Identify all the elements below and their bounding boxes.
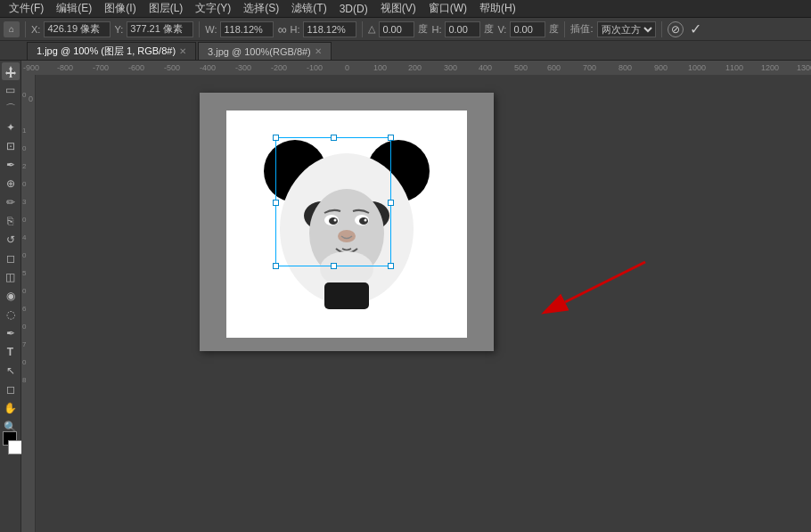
- photoshop-canvas[interactable]: [200, 93, 494, 351]
- interpolation-select[interactable]: 两次立方: [597, 21, 656, 37]
- svg-rect-58: [324, 282, 369, 309]
- eyedropper-tool[interactable]: ✒: [2, 156, 20, 174]
- w-input[interactable]: [220, 21, 274, 37]
- svg-text:4: 4: [22, 233, 27, 241]
- menu-image[interactable]: 图像(I): [99, 0, 141, 17]
- background-color[interactable]: [8, 440, 22, 454]
- angle-input[interactable]: [379, 21, 414, 37]
- svg-text:1: 1: [22, 127, 27, 135]
- menu-help[interactable]: 帮助(H): [474, 0, 521, 17]
- link-icon[interactable]: ∞: [277, 22, 286, 37]
- svg-text:-100: -100: [307, 63, 323, 72]
- history-brush-tool[interactable]: ↺: [2, 231, 20, 249]
- text-tool[interactable]: T: [2, 343, 20, 361]
- options-toolbar: ⌂ X: Y: W: ∞ H: △ 度 H: 度 V: 度 插值: 两次立方 ⊘…: [0, 18, 811, 41]
- tab-1[interactable]: 1.jpg @ 100% (图层 1, RGB/8#) ✕: [27, 42, 196, 60]
- magic-wand-tool[interactable]: ✦: [2, 119, 20, 136]
- svg-text:1200: 1200: [761, 63, 779, 72]
- home-icon[interactable]: ⌂: [4, 21, 20, 37]
- select-rect-tool[interactable]: ▭: [2, 81, 20, 99]
- toolbar-separator-2: [199, 21, 200, 37]
- svg-marker-0: [5, 66, 16, 78]
- svg-text:3: 3: [22, 198, 27, 206]
- svg-text:-500: -500: [164, 63, 180, 72]
- svg-text:0: 0: [345, 63, 349, 72]
- svg-text:-400: -400: [200, 63, 216, 72]
- svg-text:100: 100: [373, 63, 387, 72]
- svg-text:0: 0: [22, 144, 27, 152]
- shape-tool[interactable]: ◻: [2, 381, 20, 398]
- svg-point-54: [334, 218, 337, 221]
- svg-point-55: [365, 218, 367, 221]
- menu-window[interactable]: 窗口(W): [423, 0, 472, 17]
- gradient-tool[interactable]: ◫: [2, 268, 20, 286]
- svg-line-60: [565, 262, 645, 302]
- color-swatches[interactable]: [3, 431, 22, 454]
- svg-text:1300: 1300: [797, 63, 811, 72]
- dodge-tool[interactable]: ◌: [2, 306, 20, 323]
- svg-point-56: [338, 230, 356, 242]
- tab-1-label: 1.jpg @ 100% (图层 1, RGB/8#): [37, 45, 176, 58]
- svg-text:1000: 1000: [688, 63, 706, 72]
- tab-3-label: 3.jpg @ 100%(RGB/8#): [208, 46, 311, 57]
- cancel-transform-button[interactable]: ⊘: [668, 21, 684, 37]
- svg-text:700: 700: [583, 63, 596, 72]
- interp-label: 插值:: [570, 22, 593, 36]
- y-input[interactable]: [127, 21, 193, 37]
- move-tool[interactable]: [2, 62, 20, 80]
- eraser-tool[interactable]: ◻: [2, 250, 20, 267]
- svg-text:0: 0: [22, 358, 27, 366]
- svg-point-53: [359, 217, 368, 225]
- menu-filter[interactable]: 滤镜(T): [286, 0, 332, 17]
- menu-3d[interactable]: 3D(D): [334, 2, 373, 16]
- canvas-area[interactable]: 0 0 1 0 2 0 3 0 4 0 5 0: [21, 75, 811, 532]
- brush-tool[interactable]: ✏: [2, 193, 20, 211]
- ruler-top: -900 -800 -700 -600 -500 -400 -300 -200 …: [21, 61, 811, 75]
- svg-text:900: 900: [654, 63, 668, 72]
- svg-point-57: [320, 251, 373, 287]
- left-toolbar: ▭ ⌒ ✦ ⊡ ✒ ⊕ ✏ ⎘ ↺ ◻ ◫ ◉ ◌ ✒ T ↖ ◻ ✋ 🔍: [0, 61, 21, 532]
- tab-1-close[interactable]: ✕: [179, 46, 186, 56]
- pen-tool[interactable]: ✒: [2, 324, 20, 342]
- h-input[interactable]: [303, 21, 356, 37]
- blur-tool[interactable]: ◉: [2, 287, 20, 305]
- menu-bar: 文件(F) 编辑(E) 图像(I) 图层(L) 文字(Y) 选择(S) 滤镜(T…: [0, 0, 811, 18]
- menu-select[interactable]: 选择(S): [238, 0, 284, 17]
- tab-3[interactable]: 3.jpg @ 100%(RGB/8#) ✕: [198, 42, 332, 60]
- h-label: H:: [290, 24, 299, 35]
- toolbar-separator-3: [362, 21, 363, 37]
- panda-image: [258, 131, 436, 318]
- svg-text:200: 200: [408, 63, 422, 72]
- svg-text:800: 800: [618, 63, 632, 72]
- svg-text:0: 0: [22, 91, 27, 99]
- menu-text[interactable]: 文字(Y): [190, 0, 236, 17]
- clone-stamp-tool[interactable]: ⎘: [2, 212, 20, 230]
- tab-3-close[interactable]: ✕: [315, 46, 322, 56]
- svg-text:2: 2: [22, 162, 27, 170]
- menu-view[interactable]: 视图(V): [375, 0, 422, 17]
- x-label: X:: [31, 24, 40, 35]
- menu-file[interactable]: 文件(F): [4, 0, 49, 17]
- confirm-transform-button[interactable]: ✓: [687, 20, 705, 38]
- toolbar-separator-1: [25, 21, 26, 37]
- heal-tool[interactable]: ⊕: [2, 175, 20, 192]
- svg-text:-700: -700: [93, 63, 109, 72]
- deg-label: 度: [418, 22, 428, 36]
- svg-text:6: 6: [22, 305, 27, 313]
- crop-tool[interactable]: ⊡: [2, 137, 20, 155]
- w-label: W:: [205, 24, 217, 35]
- menu-layer[interactable]: 图层(L): [143, 0, 189, 17]
- main-area: ▭ ⌒ ✦ ⊡ ✒ ⊕ ✏ ⎘ ↺ ◻ ◫ ◉ ◌ ✒ T ↖ ◻ ✋ 🔍: [0, 61, 811, 532]
- canvas-wrapper: -900 -800 -700 -600 -500 -400 -300 -200 …: [21, 61, 811, 532]
- x-input[interactable]: [44, 21, 111, 37]
- svg-text:600: 600: [547, 63, 561, 72]
- path-select-tool[interactable]: ↖: [2, 362, 20, 380]
- hand-tool[interactable]: ✋: [2, 399, 20, 417]
- svg-text:8: 8: [22, 376, 27, 384]
- menu-edit[interactable]: 编辑(E): [51, 0, 97, 17]
- annotation-arrow: [538, 253, 654, 333]
- v-input[interactable]: [510, 21, 545, 37]
- lasso-tool[interactable]: ⌒: [2, 100, 20, 118]
- svg-text:1100: 1100: [725, 63, 743, 72]
- h2-input[interactable]: [445, 21, 480, 37]
